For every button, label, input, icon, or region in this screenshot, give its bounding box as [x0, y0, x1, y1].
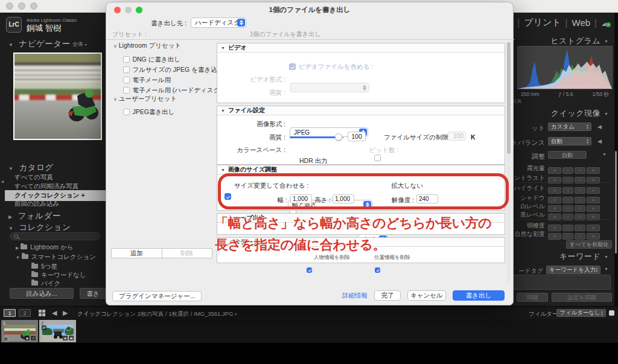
quick-collection-badge-icon[interactable]	[66, 325, 71, 331]
module-print[interactable]: プリント	[524, 17, 561, 28]
module-web[interactable]: Web	[572, 18, 591, 28]
forward-arrow-icon[interactable]: ▶	[63, 309, 68, 317]
annotation-text: 「幅と高さ」なら幅か高さのどちらか長い方の 長さを指定の値に合わせる。	[215, 212, 505, 256]
filter-lamp-icon[interactable]	[609, 310, 614, 316]
user-name: 銅城 智樹	[27, 23, 62, 34]
minimize-icon[interactable]	[18, 2, 25, 10]
collection-item-smart-collections[interactable]: ▼ スマートコレクション	[16, 253, 96, 261]
keyword-tag-select[interactable]: キーワードを入力▴▾	[546, 266, 600, 274]
checkbox[interactable]	[123, 109, 130, 115]
cancel-button[interactable]: キャンセル	[407, 290, 446, 301]
checkbox[interactable]	[123, 77, 130, 83]
quality-value-field[interactable]: 100	[348, 132, 366, 141]
triangle-down-icon[interactable]: ▼	[604, 267, 608, 271]
checkbox[interactable]	[123, 66, 130, 73]
plugin-manager-button[interactable]: プラグインマネージャー...	[112, 291, 202, 301]
zoom-icon[interactable]	[30, 2, 37, 10]
develop-badge-icon[interactable]: ▣	[69, 336, 74, 340]
remove-person-info-checkbox[interactable]	[307, 267, 312, 273]
preset-item-fullsize-jpeg[interactable]: フルサイズの JPEG を書き込み	[123, 63, 223, 74]
increase-large-button[interactable]: »	[587, 233, 600, 240]
sync-button[interactable]: 同期	[517, 293, 548, 302]
collection-item-from-lightroom[interactable]: ▶ Lightroom から	[16, 243, 73, 252]
filmstrip-cell-2-selected[interactable]: 2 ⇄ ◆ ▣	[39, 320, 76, 342]
sync-badge-icon: ⇄	[42, 325, 46, 330]
colorspace-label: カラースペース :	[217, 146, 285, 155]
collection-item-no-keywords[interactable]: キーワードなし	[31, 271, 86, 279]
panel-collapse-icon[interactable]: ◀	[1, 179, 4, 184]
crop-badge-icon[interactable]: ↗	[31, 336, 36, 340]
reset-all-button[interactable]: すべてを初期化	[566, 240, 612, 249]
close-icon[interactable]	[6, 2, 13, 10]
done-button[interactable]: 完了	[374, 290, 401, 301]
catalog-item-previous-import[interactable]: 前回の読み込み	[14, 200, 59, 208]
triangle-down-icon[interactable]: ▼	[602, 152, 607, 156]
grid-view-icon[interactable]	[39, 310, 45, 316]
preset-label: プリセット :	[112, 30, 147, 39]
vibrance-steppers: «‹›»	[548, 229, 601, 240]
import-button[interactable]: 読み込み...	[10, 288, 74, 299]
decrease-large-button[interactable]: «	[548, 233, 561, 240]
decrease-button[interactable]: ‹	[562, 233, 573, 240]
folders-header[interactable]: ▶ フォルダー	[8, 210, 61, 222]
filmstrip-breadcrumb[interactable]: クイックコレクション 2枚の写真 / 1枚選択 / IMG_3561.JPG ▾	[77, 310, 237, 318]
arrow-left-icon[interactable]: ◀	[597, 124, 602, 130]
histogram-chart[interactable]	[517, 46, 613, 89]
quick-collection-badge-icon[interactable]	[3, 336, 8, 342]
histogram-graphic	[518, 46, 612, 89]
dialog-title: 1個のファイルを書き出し	[106, 5, 513, 14]
navigator-fit-toggle[interactable]: 全体 ▾	[72, 40, 87, 48]
catalog-item-all-photos[interactable]: すべての写真	[14, 173, 53, 182]
preset-item-email-hd[interactable]: 電子メール用 (ハードディスク)	[123, 84, 222, 95]
preset-item-jpeg-export[interactable]: JPEG書き出し	[123, 106, 174, 117]
collections-header[interactable]: ▼ コレクション	[8, 222, 71, 233]
right-panel-scrollbar[interactable]	[615, 151, 617, 254]
annotation-line-1: 「幅と高さ」なら幅か高さのどちらか長い方の	[215, 212, 505, 234]
export-button-partial[interactable]: 書き	[80, 288, 106, 299]
section-file-settings: ▼ファイル設定 画像形式 : JPEG 画質 : 100 ファイルサイズの制限 …	[217, 106, 505, 165]
arrow-left-icon[interactable]: ◀	[597, 138, 602, 144]
white-balance-select[interactable]: 自動▴▾	[548, 137, 591, 145]
catalog-header[interactable]: ▼ カタログ	[8, 162, 54, 173]
preset-item-email[interactable]: 電子メール用	[123, 74, 171, 85]
triangle-down-icon: ▼	[221, 109, 225, 113]
filesize-limit-checkbox[interactable]	[374, 155, 381, 161]
details-link[interactable]: 詳細情報	[342, 292, 368, 300]
dialog-scrollbar-thumb[interactable]	[507, 42, 511, 154]
checkbox[interactable]	[123, 87, 130, 94]
collection-item-bike[interactable]: バイク	[31, 279, 60, 288]
second-window-button[interactable]: 2	[19, 309, 31, 317]
auto-tone-button[interactable]: 自動	[548, 151, 587, 159]
quality-slider-knob[interactable]	[335, 133, 342, 141]
sync-settings-button[interactable]: 設定を同期	[552, 293, 612, 302]
checkbox[interactable]	[123, 56, 130, 63]
export-confirm-button[interactable]: 書き出し	[453, 290, 505, 301]
preset-item-dng[interactable]: DNG に書き出し	[123, 53, 180, 64]
collections-search-input[interactable]	[10, 232, 100, 240]
back-arrow-icon[interactable]: ◀	[52, 309, 57, 317]
saved-preset-select[interactable]: カスタム▴▾	[548, 123, 591, 131]
cloud-sync-icon[interactable]: ☁✓	[601, 18, 610, 28]
section-file-settings-header[interactable]: ▼ファイル設定	[217, 106, 505, 115]
remove-preset-button[interactable]: 削除	[162, 248, 213, 258]
metadata-badge-icon[interactable]: ◆	[25, 336, 30, 340]
main-window-button[interactable]: 1	[4, 309, 16, 317]
remove-location-info-checkbox[interactable]	[375, 267, 380, 273]
increase-button[interactable]: ›	[575, 233, 585, 240]
navigator-preview[interactable]	[13, 53, 102, 140]
catalog-item-synced[interactable]: すべての同期済み写真	[14, 182, 78, 191]
filter-select[interactable]: フィルターなし▴▾	[556, 309, 606, 317]
navigator-header[interactable]: ▼ ナビゲーター	[8, 38, 71, 49]
keyword-entry-textarea[interactable]	[500, 275, 611, 290]
add-preset-button[interactable]: 追加	[111, 248, 162, 258]
preset-group-user[interactable]: ∨ ユーザープリセット	[113, 95, 177, 103]
filmstrip-cell-1[interactable]: 1 ◆ ↗	[1, 320, 38, 342]
collection-item-5-stars[interactable]: 5つ星	[31, 263, 57, 271]
sync-ok-check-icon: ✓	[606, 22, 611, 27]
metadata-badge-icon[interactable]: ◆	[63, 336, 68, 340]
section-video-header[interactable]: ▼ビデオ	[217, 43, 505, 53]
export-to-select[interactable]: ハードディスク	[191, 18, 246, 28]
include-video-checkbox[interactable]	[289, 63, 296, 70]
preset-group-lightroom[interactable]: ∨ Lightroom プリセット	[113, 42, 181, 50]
triangle-down-icon: ▼	[8, 42, 13, 48]
